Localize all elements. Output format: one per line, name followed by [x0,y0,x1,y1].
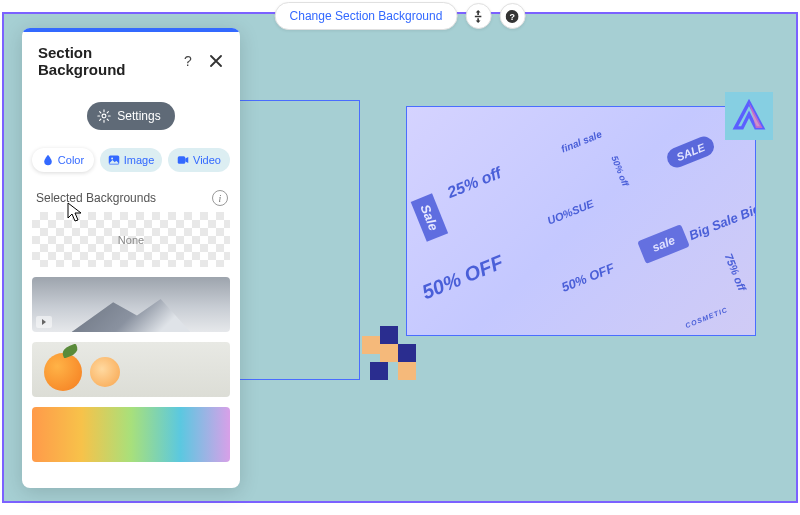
tab-video[interactable]: Video [168,148,230,172]
info-button[interactable]: i [212,190,228,206]
video-icon [177,154,189,166]
corner-logo-badge [725,92,773,140]
stretch-vertical-icon [472,10,485,23]
svg-point-4 [111,158,113,160]
section-background-panel: Section Background ? Settings Color Imag… [22,28,240,488]
droplet-icon [42,154,54,166]
tab-color[interactable]: Color [32,148,94,172]
section-help-button[interactable]: ? [499,3,525,29]
bg-none-label: None [118,234,144,246]
gear-icon [97,109,111,123]
section-top-controls: Change Section Background ? [275,2,526,30]
triangle-logo-icon [732,99,766,133]
tab-image[interactable]: Image [100,148,162,172]
svg-rect-5 [178,156,186,164]
svg-point-2 [102,114,106,118]
change-section-background-button[interactable]: Change Section Background [275,2,458,30]
selected-backgrounds-header: Selected Backgrounds i [22,180,240,212]
tab-image-label: Image [124,154,155,166]
panel-close-button[interactable] [206,51,226,71]
tab-color-label: Color [58,154,84,166]
panel-title: Section Background [38,44,170,78]
selected-backgrounds-label: Selected Backgrounds [36,191,212,205]
image-icon [108,154,120,166]
move-section-button[interactable] [465,3,491,29]
panel-help-button[interactable]: ? [178,51,198,71]
bg-option-gradient[interactable] [32,407,230,462]
video-badge-icon [36,316,52,328]
image-selection-outline [406,106,756,336]
bg-option-mountain-video[interactable] [32,277,230,332]
settings-label: Settings [117,109,160,123]
tab-video-label: Video [193,154,221,166]
svg-text:?: ? [510,11,515,21]
background-thumbnails-list[interactable]: None [22,212,240,488]
panel-header: Section Background ? [22,32,240,88]
background-type-tabs: Color Image Video [22,148,240,180]
close-icon [210,55,222,67]
bg-option-none[interactable]: None [32,212,230,267]
question-mark-icon: ? [506,10,519,23]
bg-option-oranges[interactable] [32,342,230,397]
settings-button[interactable]: Settings [87,102,174,130]
